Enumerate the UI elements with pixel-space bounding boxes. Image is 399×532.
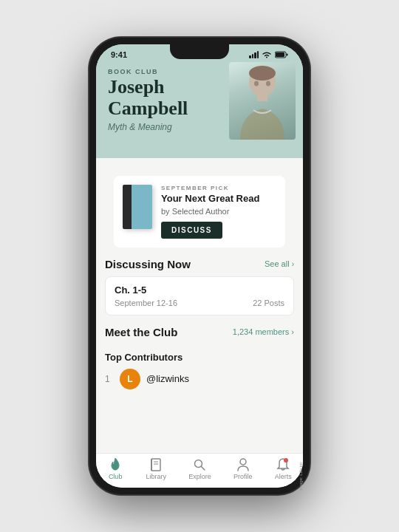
svg-rect-2	[287, 54, 288, 56]
pick-title: Your Next Great Read	[161, 193, 276, 205]
members-link[interactable]: 1,234 members ›	[233, 327, 294, 336]
chevron-right-icon: ›	[292, 260, 294, 268]
meet-club-section: Meet the Club 1,234 members ›	[96, 316, 303, 338]
author-portrait	[229, 62, 296, 140]
discuss-button[interactable]: DISCUSS	[161, 222, 222, 239]
discussion-posts: 22 Posts	[253, 299, 284, 307]
nav-item-explore[interactable]: Explore	[188, 458, 211, 480]
svg-point-14	[240, 459, 246, 465]
september-pick-card: SEPTEMBER PICK Your Next Great Read by S…	[114, 176, 285, 248]
see-all-link[interactable]: See all ›	[265, 259, 294, 268]
phone-screen: 9:41	[96, 44, 303, 488]
svg-point-4	[249, 66, 276, 81]
notch	[170, 44, 229, 59]
discussing-title: Discussing Now	[105, 258, 191, 270]
september-pick-section: SEPTEMBER PICK Your Next Great Read by S…	[96, 158, 303, 248]
profile-icon	[235, 458, 251, 471]
svg-point-7	[266, 81, 270, 86]
phone-outer: 9:41	[89, 37, 310, 495]
discussion-meta: September 12-16 22 Posts	[115, 299, 284, 307]
pick-author: by Selected Author	[161, 207, 276, 216]
chevron-members-icon: ›	[291, 327, 294, 336]
nav-label-alerts: Alerts	[275, 473, 292, 480]
svg-rect-1	[276, 52, 284, 57]
status-icons	[249, 51, 288, 58]
book-icon	[148, 458, 164, 471]
meet-title: Meet the Club	[105, 326, 177, 338]
signal-icon	[249, 51, 259, 58]
flame-icon	[107, 458, 123, 471]
nav-item-club[interactable]: Club	[107, 458, 123, 480]
nav-item-alerts[interactable]: Alerts	[275, 458, 292, 480]
contributors-title: Top Contributors	[105, 352, 294, 363]
content-area: SEPTEMBER PICK Your Next Great Read by S…	[96, 158, 303, 453]
contributor-row: 1 L @lizwinks	[105, 369, 294, 389]
bell-icon	[275, 458, 291, 471]
svg-point-6	[254, 81, 259, 86]
chapter-title: Ch. 1-5	[115, 284, 284, 296]
nav-label-profile: Profile	[233, 473, 253, 480]
search-icon	[191, 458, 208, 471]
svg-rect-8	[151, 459, 160, 471]
avatar: L	[120, 369, 140, 389]
person-silhouette	[233, 66, 292, 140]
hero-section: BOOK CLUB Joseph Campbell Myth & Meaning	[96, 62, 303, 158]
nav-label-club: Club	[109, 473, 123, 480]
discussion-dates: September 12-16	[115, 299, 177, 307]
nav-item-profile[interactable]: Profile	[233, 458, 253, 480]
nav-item-library[interactable]: Library	[146, 458, 166, 480]
contributor-name: @lizwinks	[146, 373, 189, 384]
nav-label-explore: Explore	[188, 473, 211, 480]
svg-line-13	[202, 467, 205, 471]
bottom-nav: Club Library	[96, 453, 303, 488]
pick-info: SEPTEMBER PICK Your Next Great Read by S…	[161, 185, 276, 239]
discussing-now-section: Discussing Now See all › Ch. 1-5 Septemb…	[96, 248, 303, 316]
status-time: 9:41	[111, 50, 127, 59]
book-cover	[123, 185, 152, 229]
svg-rect-5	[257, 94, 267, 101]
top-contributors-section: Top Contributors 1 L @lizwinks	[96, 344, 303, 389]
wifi-icon	[262, 51, 272, 58]
svg-point-15	[284, 458, 288, 463]
discussing-header: Discussing Now See all ›	[105, 258, 294, 270]
image-credit: Image: Life.int	[299, 463, 303, 491]
meet-header: Meet the Club 1,234 members ›	[105, 326, 294, 338]
battery-icon	[275, 51, 288, 58]
pick-label: SEPTEMBER PICK	[161, 185, 276, 191]
discussion-card[interactable]: Ch. 1-5 September 12-16 22 Posts	[105, 276, 294, 316]
contributor-rank: 1	[105, 374, 114, 384]
nav-label-library: Library	[146, 473, 166, 480]
